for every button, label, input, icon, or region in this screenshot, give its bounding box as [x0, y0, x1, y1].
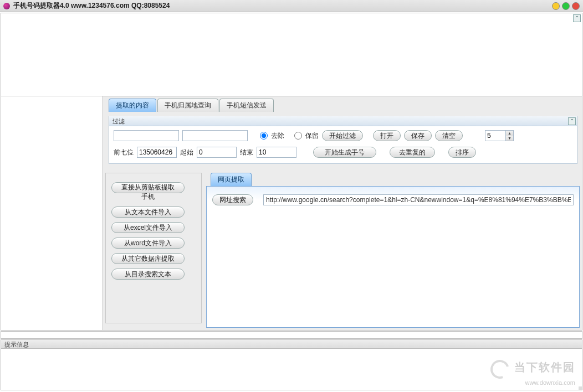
end-label: 结束 — [240, 148, 253, 157]
count-spinner-input[interactable] — [485, 131, 505, 141]
count-spinner[interactable]: ▲▼ — [485, 130, 514, 141]
end-input[interactable] — [257, 147, 296, 158]
filter-panel: 过滤 ⌃ 去除 保留 开始过滤 打开 保存 — [109, 116, 577, 164]
start-input[interactable] — [197, 147, 237, 158]
title-bar: 手机号码提取器4.0 www.1234576.com QQ:8085524 — [0, 0, 583, 12]
url-search-button[interactable]: 网址搜索 — [212, 194, 253, 205]
radio-remove[interactable] — [260, 132, 268, 140]
filter-legend: 过滤 — [109, 116, 577, 126]
radio-remove-label: 去除 — [271, 131, 284, 141]
resize-grip-icon[interactable] — [579, 386, 582, 390]
clipboard-extract-button[interactable]: 直接从剪贴板提取手机 — [111, 182, 185, 193]
collapse-top-icon[interactable]: ⌃ — [573, 14, 581, 22]
main-tabs: 提取的内容 手机归属地查询 手机短信发送 — [109, 99, 581, 112]
watermark-line2: www.downxia.com — [525, 379, 575, 386]
right-panel: 提取的内容 手机归属地查询 手机短信发送 过滤 ⌃ 去除 — [103, 96, 582, 330]
app-icon — [3, 3, 10, 9]
web-extract-area: 网页提取 网址搜索 — [206, 173, 580, 328]
minimize-icon[interactable] — [552, 2, 560, 10]
maximize-icon[interactable] — [562, 2, 570, 10]
filter-row-2: 前七位 起始 结束 开始生成手号 去重复的 排序 — [114, 147, 572, 158]
first7-label: 前七位 — [114, 148, 134, 157]
open-button[interactable]: 打开 — [373, 130, 401, 141]
import-db-button[interactable]: 从其它数据库提取 — [111, 253, 185, 264]
watermark: 当下软件园 www.downxia.com — [490, 360, 575, 386]
start-label: 起始 — [180, 148, 193, 157]
import-column: 直接从剪贴板提取手机 从文本文件导入 从excel文件导入 从word文件导入 … — [105, 173, 202, 323]
start-filter-button[interactable]: 开始过滤 — [322, 130, 363, 141]
top-panel: ⌃ — [1, 13, 582, 96]
window-controls — [552, 2, 580, 10]
radio-keep[interactable] — [294, 132, 302, 140]
lower-split: 提取的内容 手机归属地查询 手机短信发送 过滤 ⌃ 去除 — [1, 96, 582, 330]
tab-location-query[interactable]: 手机归属地查询 — [157, 99, 218, 112]
import-word-button[interactable]: 从word文件导入 — [111, 238, 185, 249]
filter-input-2[interactable] — [182, 130, 248, 141]
status-panel: 提示信息 当下软件园 www.downxia.com — [1, 339, 582, 390]
filter-row-1: 去除 保留 开始过滤 打开 保存 清空 ▲▼ — [114, 130, 572, 141]
status-label: 提示信息 — [1, 340, 582, 349]
status-body: 当下软件园 www.downxia.com — [1, 349, 582, 390]
import-excel-button[interactable]: 从excel文件导入 — [111, 222, 185, 233]
workspace: ⌃ 提取的内容 手机归属地查询 手机短信发送 过滤 ⌃ — [1, 13, 582, 331]
spinner-down-icon[interactable]: ▼ — [506, 136, 513, 141]
tab-extract-content[interactable]: 提取的内容 — [109, 99, 156, 112]
spinner-up-icon[interactable]: ▲ — [506, 131, 513, 136]
dedupe-button[interactable]: 去重复的 — [390, 147, 435, 158]
watermark-line1: 当下软件园 — [514, 361, 575, 373]
sort-button[interactable]: 排序 — [448, 147, 476, 158]
generate-button[interactable]: 开始生成手号 — [313, 147, 376, 158]
collapse-filter-icon[interactable]: ⌃ — [568, 117, 576, 125]
url-input[interactable] — [263, 194, 574, 205]
first7-input[interactable] — [137, 147, 177, 158]
watermark-logo-icon — [487, 357, 512, 381]
save-button[interactable]: 保存 — [404, 130, 432, 141]
divider-bar — [1, 331, 582, 339]
import-dir-button[interactable]: 从目录搜索文本 — [111, 269, 185, 280]
close-icon[interactable] — [572, 2, 580, 10]
content-area: 直接从剪贴板提取手机 从文本文件导入 从excel文件导入 从word文件导入 … — [105, 164, 581, 329]
left-panel — [1, 96, 103, 330]
clear-button[interactable]: 清空 — [435, 130, 463, 141]
import-text-button[interactable]: 从文本文件导入 — [111, 207, 185, 218]
window-title: 手机号码提取器4.0 www.1234576.com QQ:8085524 — [13, 1, 552, 11]
tab-sms-send[interactable]: 手机短信发送 — [219, 99, 274, 112]
tab-web-extract[interactable]: 网页提取 — [211, 173, 252, 186]
web-frame: 网址搜索 — [206, 186, 580, 328]
radio-keep-label: 保留 — [305, 131, 319, 141]
filter-input-1[interactable] — [114, 130, 179, 141]
